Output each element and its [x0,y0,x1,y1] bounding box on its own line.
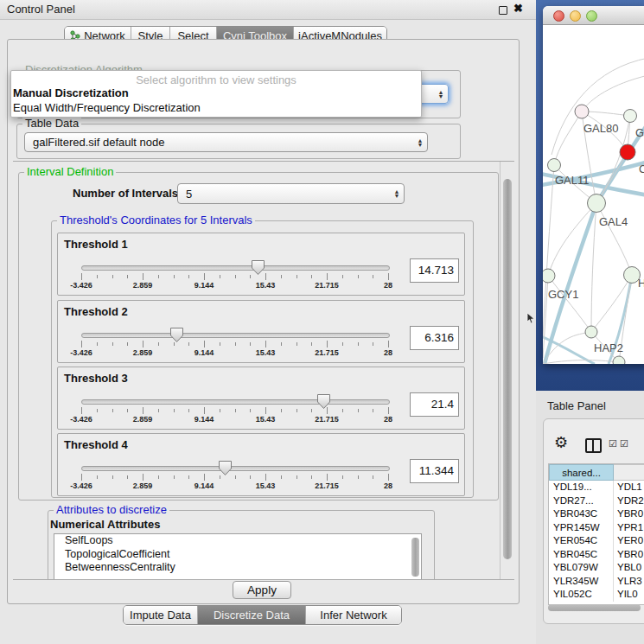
node-table[interactable]: shared... n YDL19...YDL1YDR27...YDR2YBR0… [548,463,644,605]
table-row[interactable]: YBR045CYBR0 [549,548,644,562]
slider-track[interactable] [81,399,390,405]
close-icon[interactable]: ✖ [513,2,523,15]
attribute-list-item[interactable]: TopologicalCoefficient [54,548,421,562]
table-row[interactable]: YLR345WYLR3 [549,575,644,589]
bottom-tab-bar: Impute Data Discretize Data Infer Networ… [123,605,402,625]
table-row[interactable]: YDL19...YDL1 [549,481,644,494]
gear-icon[interactable]: ⚙ [554,435,568,450]
node-label: GAL80 [583,122,618,135]
slider-tick [250,409,251,412]
tab-impute-label: Impute Data [130,609,191,622]
popup-item-equal-width[interactable]: Equal Width/Frequency Discretization [11,101,421,116]
interval-definition-title: Interval Definition [24,166,116,178]
network-window[interactable]: GAL80GACGAL11GAL4GCY1HHAP2 [543,6,644,364]
zoom-traffic-light-icon[interactable] [586,10,597,22]
algorithm-popup: Select algorithm to view settings Manual… [10,70,422,118]
network-view[interactable]: GAL80GACGAL11GAL4GCY1HHAP2 [543,25,644,364]
minimize-traffic-light-icon[interactable] [570,10,581,22]
slider-track[interactable] [81,466,390,471]
spinner-stepper-icon: ▲▼ [390,189,404,198]
network-node-gal4[interactable] [588,194,606,213]
network-node-hap2[interactable] [585,326,597,338]
slider-tick [311,475,312,479]
table-row[interactable]: YPR145WYPR1 [549,521,644,535]
threshold-value-field[interactable]: 21.4 [410,392,459,417]
slider-tick [188,409,189,412]
table-header-row: shared... n [549,464,644,481]
numerical-attributes-list[interactable]: SelfLoopsTopologicalCoefficientBetweenne… [54,533,422,580]
slider-tick [373,342,373,346]
threshold-slider[interactable]: -3.4262.8599.14415.4321.71528 [81,367,388,429]
table-data-combo[interactable]: galFiltered.sif default node ▲▼ [24,132,428,152]
table-panel: Table Panel ⚙ ☑ ☑ shared... n YDL19...YD… [536,391,644,644]
node-label: GCY1 [548,288,578,301]
attributes-group: Attributes to discretize Numerical Attri… [48,510,435,580]
network-node-gcy1[interactable] [543,269,555,283]
threshold-value-field[interactable]: 6.316 [410,326,459,350]
number-of-intervals-spinner[interactable]: 5 ▲▼ [177,183,405,204]
node-label: HAP2 [594,341,623,354]
list-scrollbar[interactable] [411,538,419,577]
table-row[interactable]: YIL052CYIL0 [549,588,644,602]
tab-impute-data[interactable]: Impute Data [124,606,197,624]
slider-tick [296,409,297,412]
table-row[interactable]: YBL079WYBL0 [549,561,644,575]
float-window-icon[interactable] [499,6,507,15]
network-window-titlebar [543,6,644,25]
threshold-value-field[interactable]: 14.713 [410,258,459,283]
attribute-list-item[interactable]: BetweennessCentrality [54,561,421,575]
threshold-row: Threshold 4 -3.4262.8599.14415.4321.7152… [57,433,465,496]
network-node-c[interactable] [620,144,635,160]
popup-item-manual[interactable]: Manual Discretization [11,86,421,101]
network-node-gal11[interactable] [548,159,561,172]
slider-tick [174,409,175,412]
table-data-combo-value: galFiltered.sif default node [25,136,413,149]
slider-tick [296,475,297,479]
tab-infer-network[interactable]: Infer Network [305,606,401,624]
table-cell: YBR0 [614,548,644,562]
network-node-ga[interactable] [624,110,637,123]
settings-scroll-area: Interval Definition Number of Intervals … [13,161,514,580]
close-traffic-light-icon[interactable] [553,10,564,22]
column-header-shared-name[interactable]: shared... [549,464,614,481]
slider-tick [388,273,389,280]
threshold-value-field[interactable]: 11.344 [410,459,459,483]
slider-tick [143,474,143,481]
thresholds-group-title: Threshold's Coordinates for 5 Intervals [57,214,255,226]
table-cell: YLR3 [614,575,644,589]
tab-discretize-data[interactable]: Discretize Data [197,606,305,624]
slider-track[interactable] [81,265,390,271]
attribute-list-item[interactable]: SelfLoops [54,534,421,548]
threshold-slider[interactable]: -3.4262.8599.14415.4321.71528 [81,301,388,362]
cyni-toolbox-panel: Discretization Algorithm ▲▼ Table Data g… [7,39,520,604]
table-row[interactable]: YBR043CYBR0 [549,507,644,521]
slider-tick [97,342,98,346]
table-cell: YBL0 [614,561,644,575]
table-row[interactable]: YER054CYER0 [549,534,644,548]
threshold-slider[interactable]: -3.4262.8599.14415.4321.71528 [81,434,388,495]
slider-tick [265,474,266,481]
node-label: C [639,163,644,175]
slider-tick [81,341,82,348]
slider-tick [81,474,82,481]
apply-button[interactable]: Apply [233,581,291,599]
table-panel-title: Table Panel [547,399,606,412]
slider-tick-label: -3.426 [70,348,92,357]
column-header-name[interactable]: n [614,464,644,481]
table-horizontal-scrollbar[interactable] [548,604,641,611]
threshold-slider[interactable]: -3.4262.8599.14415.4321.71528 [81,233,388,295]
thresholds-group: Threshold's Coordinates for 5 Intervals … [51,220,474,498]
slider-track[interactable] [81,333,390,338]
table-row[interactable]: YDR27...YDR2 [549,494,644,508]
slider-tick [97,409,98,412]
network-node-gal80[interactable] [575,105,589,118]
table-cell: YER054C [549,534,614,548]
checkbox-icon[interactable]: ☑ [609,438,617,450]
settings-scrollbar[interactable] [503,179,512,559]
scrollbar-track [500,162,501,579]
combo-stepper-icon: ▲▼ [413,138,427,147]
checkbox-icon[interactable]: ☑ [620,438,628,450]
split-columns-icon[interactable] [585,438,602,453]
node-label: GA [635,126,644,139]
tab-discretize-label: Discretize Data [214,609,290,622]
